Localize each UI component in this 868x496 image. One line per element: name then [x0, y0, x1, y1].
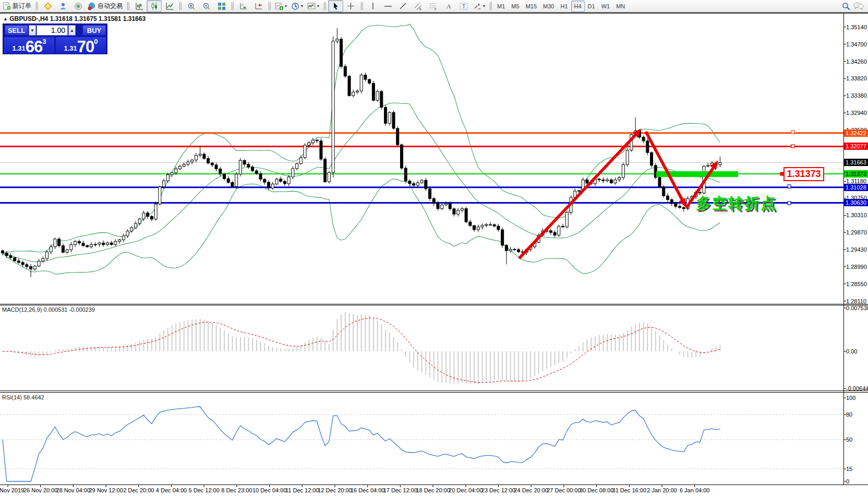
autotrading-button[interactable]: 自动交易	[86, 0, 125, 12]
templates-button[interactable]: ▾	[305, 0, 321, 12]
text-tool[interactable]: A	[441, 0, 456, 12]
timeframe-W1[interactable]: W1	[598, 1, 613, 12]
time-tick: 26 Nov 20:00	[23, 487, 57, 493]
time-tick: 11 Dec 12:00	[285, 487, 319, 493]
price-tick: 1.29430	[846, 246, 868, 253]
equidistant-channel-tool[interactable]: E	[411, 0, 426, 12]
candlestick-chart-button[interactable]	[147, 0, 162, 12]
indicators-button[interactable]: ▾	[273, 0, 289, 12]
vertical-line-tool[interactable]	[365, 0, 380, 12]
horizontal-line-icon	[384, 2, 392, 10]
toolbar-grip	[179, 2, 182, 10]
bar-chart-button[interactable]	[131, 0, 147, 12]
crosshair-tool-button[interactable]	[343, 0, 358, 12]
periods-button[interactable]: ▾	[289, 0, 305, 12]
timeframe-M15[interactable]: M15	[523, 1, 540, 12]
chart-canvas[interactable]	[0, 0, 868, 496]
candlestick-chart-icon	[150, 2, 159, 10]
new-order-label: 新订单	[13, 2, 31, 10]
timeframe-M5[interactable]: M5	[508, 1, 522, 12]
toolbar-grip	[360, 2, 363, 10]
timeframe-MN[interactable]: MN	[613, 1, 628, 12]
time-tick: 24 Dec 20:00	[514, 487, 548, 493]
time-tick: 23 Dec 12:00	[481, 487, 515, 493]
rsi-scale-tick: 100	[846, 395, 868, 401]
price-tick: 1.34260	[846, 58, 868, 65]
cursor-tool-button[interactable]	[328, 0, 343, 12]
indicators-icon	[275, 2, 283, 10]
macd-indicator-label: MACD(12,26,9) 0.000531 -0.000239	[2, 306, 95, 313]
price-callout-label[interactable]: 1.31373	[783, 167, 824, 181]
buy-price-display[interactable]: 1.31700	[56, 37, 106, 54]
toolbar-grip	[35, 2, 38, 10]
clock-icon	[291, 2, 299, 10]
price-tick: 1.29870	[846, 229, 868, 236]
annotation-text[interactable]: 多空转折点	[696, 193, 777, 214]
timeframe-M30[interactable]: M30	[540, 1, 557, 12]
volume-decrease-button[interactable]: ▼	[29, 25, 36, 36]
timeframe-H1[interactable]: H1	[557, 1, 571, 12]
timeframe-H4[interactable]: H4	[571, 1, 585, 12]
time-tick: 10 Dec 04:00	[252, 487, 286, 493]
chart-symbol-period: GBPUSD-,H4	[9, 15, 48, 22]
sell-price-big: 66	[26, 40, 42, 54]
buy-price-small: 1.31	[64, 44, 77, 52]
chat-icon[interactable]	[853, 2, 864, 10]
toolbar-grip	[127, 2, 129, 10]
buy-button[interactable]: BUY	[82, 25, 106, 36]
trendline-tool[interactable]	[395, 0, 411, 12]
bar-chart-icon	[135, 2, 143, 10]
time-tick: 2 Dec 20:00	[123, 487, 154, 493]
svg-text:F: F	[435, 8, 437, 10]
label-tool[interactable]: T	[456, 0, 471, 12]
time-tick: 20 Dec 04:00	[449, 487, 483, 493]
text-icon: A	[445, 2, 452, 10]
data-window-icon	[74, 2, 82, 10]
one-click-trading-panel: SELL ▼ ▲ BUY 1.31663 1.31700	[3, 23, 107, 54]
zoom-in-button[interactable]	[184, 0, 199, 12]
time-tick: 29 Nov 12:00	[89, 487, 123, 493]
rsi-scale-tick: 50	[846, 436, 868, 443]
svg-text:T: T	[462, 4, 465, 9]
volume-input[interactable]	[37, 25, 68, 36]
time-tick: 6 Jan 04:00	[680, 487, 710, 493]
rsi-scale-tick: 80	[846, 411, 868, 418]
fibonacci-tool[interactable]: F	[426, 0, 441, 12]
sell-price-display[interactable]: 1.31663	[4, 37, 54, 54]
shapes-icon	[473, 2, 481, 10]
price-tick: 1.33820	[846, 75, 868, 82]
search-icon[interactable]	[842, 2, 850, 10]
time-tick: 30 Dec 08:00	[580, 487, 613, 493]
chart-title: ▲ GBPUSD-,H4 1.31618 1.31675 1.31581 1.3…	[3, 15, 146, 22]
tile-windows-button[interactable]	[214, 0, 229, 12]
time-tick: 12 Dec 20:00	[318, 487, 352, 493]
line-chart-icon	[165, 2, 174, 10]
zoom-out-button[interactable]	[199, 0, 214, 12]
timeframe-M1[interactable]: M1	[494, 1, 508, 12]
timeframe-D1[interactable]: D1	[585, 1, 598, 12]
zoom-in-icon	[187, 2, 196, 10]
collapse-triangle-icon[interactable]: ▲	[3, 16, 8, 21]
chart-shift-button[interactable]	[251, 0, 266, 12]
price-label-1.32077: 1.32077	[844, 143, 868, 150]
sell-button[interactable]: SELL	[5, 25, 28, 36]
data-window-button[interactable]	[70, 0, 86, 12]
volume-increase-button[interactable]: ▲	[68, 25, 76, 36]
autotrading-label: 自动交易	[98, 2, 123, 10]
time-tick: 2 Jan 20:00	[647, 487, 677, 493]
time-tick: 25 Nov 2019	[0, 487, 24, 493]
auto-scroll-button[interactable]	[236, 0, 251, 12]
time-tick: 18 Dec 20:00	[416, 487, 450, 493]
new-chart-button[interactable]	[40, 0, 55, 12]
new-order-button[interactable]: 新订单	[1, 0, 33, 12]
profiles-button[interactable]	[55, 0, 70, 12]
time-tick: 8 Dec 23:00	[221, 487, 252, 493]
autotrading-icon	[88, 2, 96, 10]
horizontal-line-tool[interactable]	[380, 0, 395, 12]
line-chart-button[interactable]	[162, 0, 177, 12]
new-chart-icon	[44, 2, 52, 10]
profile-icon	[59, 2, 67, 10]
chart-shift-icon	[255, 2, 263, 10]
arrows-tool[interactable]: ▾	[471, 0, 487, 12]
toolbar-grip	[268, 2, 271, 10]
